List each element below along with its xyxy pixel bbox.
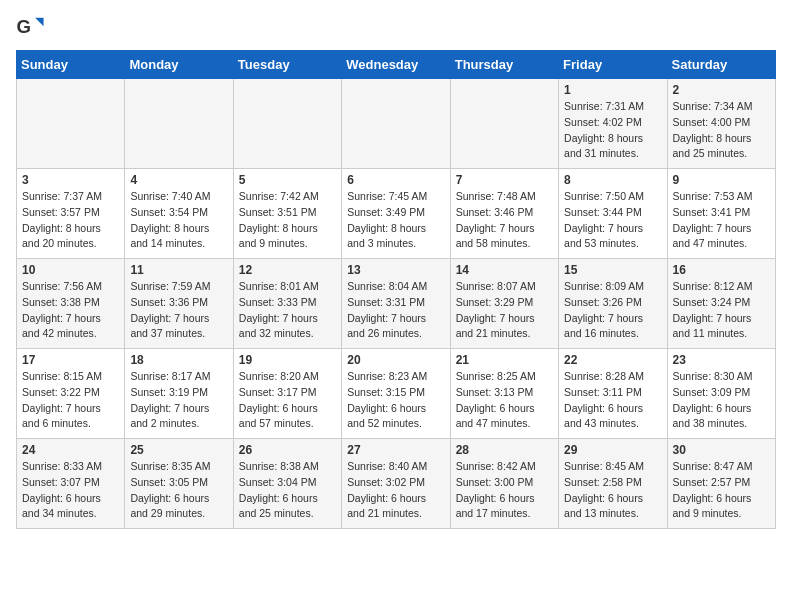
logo-icon: G bbox=[16, 16, 44, 38]
day-number: 21 bbox=[456, 353, 553, 367]
day-detail: Sunrise: 7:59 AM Sunset: 3:36 PM Dayligh… bbox=[130, 279, 227, 342]
calendar-cell: 18Sunrise: 8:17 AM Sunset: 3:19 PM Dayli… bbox=[125, 349, 233, 439]
day-number: 28 bbox=[456, 443, 553, 457]
calendar-cell: 22Sunrise: 8:28 AM Sunset: 3:11 PM Dayli… bbox=[559, 349, 667, 439]
day-number: 10 bbox=[22, 263, 119, 277]
calendar-cell: 5Sunrise: 7:42 AM Sunset: 3:51 PM Daylig… bbox=[233, 169, 341, 259]
header: G bbox=[16, 16, 776, 38]
calendar-cell: 30Sunrise: 8:47 AM Sunset: 2:57 PM Dayli… bbox=[667, 439, 775, 529]
logo: G bbox=[16, 16, 48, 38]
day-number: 13 bbox=[347, 263, 444, 277]
day-number: 6 bbox=[347, 173, 444, 187]
col-header-friday: Friday bbox=[559, 51, 667, 79]
col-header-tuesday: Tuesday bbox=[233, 51, 341, 79]
day-detail: Sunrise: 8:28 AM Sunset: 3:11 PM Dayligh… bbox=[564, 369, 661, 432]
day-detail: Sunrise: 7:50 AM Sunset: 3:44 PM Dayligh… bbox=[564, 189, 661, 252]
calendar-body: 1Sunrise: 7:31 AM Sunset: 4:02 PM Daylig… bbox=[17, 79, 776, 529]
day-number: 19 bbox=[239, 353, 336, 367]
calendar-cell: 3Sunrise: 7:37 AM Sunset: 3:57 PM Daylig… bbox=[17, 169, 125, 259]
day-detail: Sunrise: 8:12 AM Sunset: 3:24 PM Dayligh… bbox=[673, 279, 770, 342]
col-header-sunday: Sunday bbox=[17, 51, 125, 79]
col-header-saturday: Saturday bbox=[667, 51, 775, 79]
day-detail: Sunrise: 8:33 AM Sunset: 3:07 PM Dayligh… bbox=[22, 459, 119, 522]
day-number: 16 bbox=[673, 263, 770, 277]
calendar-cell: 28Sunrise: 8:42 AM Sunset: 3:00 PM Dayli… bbox=[450, 439, 558, 529]
day-detail: Sunrise: 7:45 AM Sunset: 3:49 PM Dayligh… bbox=[347, 189, 444, 252]
calendar-cell: 19Sunrise: 8:20 AM Sunset: 3:17 PM Dayli… bbox=[233, 349, 341, 439]
day-detail: Sunrise: 8:20 AM Sunset: 3:17 PM Dayligh… bbox=[239, 369, 336, 432]
day-detail: Sunrise: 7:40 AM Sunset: 3:54 PM Dayligh… bbox=[130, 189, 227, 252]
day-number: 30 bbox=[673, 443, 770, 457]
calendar-cell: 27Sunrise: 8:40 AM Sunset: 3:02 PM Dayli… bbox=[342, 439, 450, 529]
calendar-cell: 10Sunrise: 7:56 AM Sunset: 3:38 PM Dayli… bbox=[17, 259, 125, 349]
calendar-cell: 15Sunrise: 8:09 AM Sunset: 3:26 PM Dayli… bbox=[559, 259, 667, 349]
day-number: 20 bbox=[347, 353, 444, 367]
day-number: 26 bbox=[239, 443, 336, 457]
calendar-cell bbox=[342, 79, 450, 169]
calendar-cell: 25Sunrise: 8:35 AM Sunset: 3:05 PM Dayli… bbox=[125, 439, 233, 529]
day-number: 3 bbox=[22, 173, 119, 187]
calendar-cell: 17Sunrise: 8:15 AM Sunset: 3:22 PM Dayli… bbox=[17, 349, 125, 439]
day-detail: Sunrise: 8:47 AM Sunset: 2:57 PM Dayligh… bbox=[673, 459, 770, 522]
svg-text:G: G bbox=[16, 16, 30, 37]
day-number: 7 bbox=[456, 173, 553, 187]
calendar-cell: 21Sunrise: 8:25 AM Sunset: 3:13 PM Dayli… bbox=[450, 349, 558, 439]
day-number: 24 bbox=[22, 443, 119, 457]
day-number: 9 bbox=[673, 173, 770, 187]
col-header-monday: Monday bbox=[125, 51, 233, 79]
day-detail: Sunrise: 7:53 AM Sunset: 3:41 PM Dayligh… bbox=[673, 189, 770, 252]
calendar-cell: 2Sunrise: 7:34 AM Sunset: 4:00 PM Daylig… bbox=[667, 79, 775, 169]
day-number: 27 bbox=[347, 443, 444, 457]
calendar-cell: 1Sunrise: 7:31 AM Sunset: 4:02 PM Daylig… bbox=[559, 79, 667, 169]
day-detail: Sunrise: 7:42 AM Sunset: 3:51 PM Dayligh… bbox=[239, 189, 336, 252]
day-detail: Sunrise: 7:48 AM Sunset: 3:46 PM Dayligh… bbox=[456, 189, 553, 252]
calendar-cell: 8Sunrise: 7:50 AM Sunset: 3:44 PM Daylig… bbox=[559, 169, 667, 259]
day-number: 17 bbox=[22, 353, 119, 367]
day-number: 12 bbox=[239, 263, 336, 277]
day-detail: Sunrise: 8:35 AM Sunset: 3:05 PM Dayligh… bbox=[130, 459, 227, 522]
day-detail: Sunrise: 8:09 AM Sunset: 3:26 PM Dayligh… bbox=[564, 279, 661, 342]
day-number: 23 bbox=[673, 353, 770, 367]
calendar-week-2: 3Sunrise: 7:37 AM Sunset: 3:57 PM Daylig… bbox=[17, 169, 776, 259]
day-number: 18 bbox=[130, 353, 227, 367]
day-number: 22 bbox=[564, 353, 661, 367]
calendar-week-3: 10Sunrise: 7:56 AM Sunset: 3:38 PM Dayli… bbox=[17, 259, 776, 349]
day-number: 1 bbox=[564, 83, 661, 97]
day-detail: Sunrise: 8:42 AM Sunset: 3:00 PM Dayligh… bbox=[456, 459, 553, 522]
day-number: 2 bbox=[673, 83, 770, 97]
day-number: 25 bbox=[130, 443, 227, 457]
calendar-cell: 7Sunrise: 7:48 AM Sunset: 3:46 PM Daylig… bbox=[450, 169, 558, 259]
day-detail: Sunrise: 7:31 AM Sunset: 4:02 PM Dayligh… bbox=[564, 99, 661, 162]
calendar-cell: 13Sunrise: 8:04 AM Sunset: 3:31 PM Dayli… bbox=[342, 259, 450, 349]
calendar-cell: 16Sunrise: 8:12 AM Sunset: 3:24 PM Dayli… bbox=[667, 259, 775, 349]
calendar-cell: 23Sunrise: 8:30 AM Sunset: 3:09 PM Dayli… bbox=[667, 349, 775, 439]
calendar-header-row: SundayMondayTuesdayWednesdayThursdayFrid… bbox=[17, 51, 776, 79]
day-number: 14 bbox=[456, 263, 553, 277]
day-detail: Sunrise: 8:45 AM Sunset: 2:58 PM Dayligh… bbox=[564, 459, 661, 522]
calendar-cell: 6Sunrise: 7:45 AM Sunset: 3:49 PM Daylig… bbox=[342, 169, 450, 259]
day-detail: Sunrise: 8:01 AM Sunset: 3:33 PM Dayligh… bbox=[239, 279, 336, 342]
calendar-cell: 4Sunrise: 7:40 AM Sunset: 3:54 PM Daylig… bbox=[125, 169, 233, 259]
svg-marker-1 bbox=[35, 18, 43, 26]
calendar-week-5: 24Sunrise: 8:33 AM Sunset: 3:07 PM Dayli… bbox=[17, 439, 776, 529]
calendar-cell bbox=[17, 79, 125, 169]
calendar-table: SundayMondayTuesdayWednesdayThursdayFrid… bbox=[16, 50, 776, 529]
day-detail: Sunrise: 8:23 AM Sunset: 3:15 PM Dayligh… bbox=[347, 369, 444, 432]
day-detail: Sunrise: 8:25 AM Sunset: 3:13 PM Dayligh… bbox=[456, 369, 553, 432]
day-number: 5 bbox=[239, 173, 336, 187]
day-detail: Sunrise: 8:15 AM Sunset: 3:22 PM Dayligh… bbox=[22, 369, 119, 432]
day-detail: Sunrise: 7:34 AM Sunset: 4:00 PM Dayligh… bbox=[673, 99, 770, 162]
calendar-cell: 26Sunrise: 8:38 AM Sunset: 3:04 PM Dayli… bbox=[233, 439, 341, 529]
day-detail: Sunrise: 7:56 AM Sunset: 3:38 PM Dayligh… bbox=[22, 279, 119, 342]
calendar-cell bbox=[233, 79, 341, 169]
day-detail: Sunrise: 8:38 AM Sunset: 3:04 PM Dayligh… bbox=[239, 459, 336, 522]
day-detail: Sunrise: 8:17 AM Sunset: 3:19 PM Dayligh… bbox=[130, 369, 227, 432]
day-detail: Sunrise: 8:04 AM Sunset: 3:31 PM Dayligh… bbox=[347, 279, 444, 342]
day-detail: Sunrise: 8:30 AM Sunset: 3:09 PM Dayligh… bbox=[673, 369, 770, 432]
calendar-cell: 14Sunrise: 8:07 AM Sunset: 3:29 PM Dayli… bbox=[450, 259, 558, 349]
day-number: 8 bbox=[564, 173, 661, 187]
calendar-week-1: 1Sunrise: 7:31 AM Sunset: 4:02 PM Daylig… bbox=[17, 79, 776, 169]
calendar-cell: 20Sunrise: 8:23 AM Sunset: 3:15 PM Dayli… bbox=[342, 349, 450, 439]
day-detail: Sunrise: 8:40 AM Sunset: 3:02 PM Dayligh… bbox=[347, 459, 444, 522]
day-detail: Sunrise: 8:07 AM Sunset: 3:29 PM Dayligh… bbox=[456, 279, 553, 342]
